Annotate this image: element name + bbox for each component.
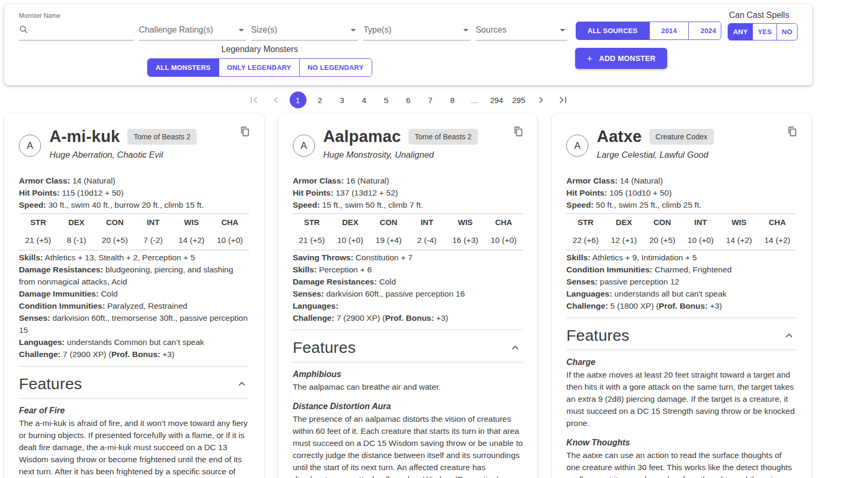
first-page-icon [248,94,260,106]
spells-no-button[interactable]: NO [777,24,797,40]
features-title: Features [19,375,82,393]
stat-line: Armor Class: 16 (Natural) [293,175,523,187]
last-page-button[interactable] [555,91,571,108]
sources-2024-button[interactable]: 2024 [689,22,721,39]
stat-line: Condition Immunities: Paralyzed, Restrai… [19,300,249,312]
ability-header: INT [681,218,720,227]
ability-value: 21 (+5) [293,236,331,245]
ability-value: 10 (+0) [681,236,720,245]
spells-yes-button[interactable]: YES [753,24,777,40]
monster-avatar: A [566,135,588,157]
ability-table: STRDEXCONINTWISCHA 22 (+6)12 (+1)20 (+5)… [566,213,796,250]
no-legendary-button[interactable]: NO LEGENDARY [300,59,372,76]
size-select[interactable]: Size(s) [251,25,359,40]
source-filter-group: ALL SOURCES 2014 2024 [576,22,722,40]
ability-value: 12 (+1) [605,236,643,245]
page-button[interactable]: 295 [510,91,527,108]
stat-line: Languages: [293,300,523,312]
challenge-rating-select[interactable]: Challenge Rating(s) [139,25,246,40]
divider [19,366,249,367]
ability-header: WIS [446,218,484,227]
ability-value: 10 (+0) [211,236,249,245]
features-title: Features [566,327,629,344]
stat-line: Languages: understands Common but can’t … [19,336,249,348]
ability-header: WIS [720,218,758,227]
feature-name: Distance Distortion Aura [293,402,523,411]
stat-line: Speed: 15 ft., swim 50 ft., climb 7 ft. [293,199,523,211]
monster-name: A-mi-kuk [49,127,120,146]
feature-text: The a-mi-kuk is afraid of fire, and it w… [19,417,249,478]
page-button[interactable]: 5 [378,91,395,108]
stat-line: Languages: understands all but can't spe… [566,288,796,300]
page-button[interactable]: 3 [334,91,351,108]
add-monster-button[interactable]: + ADD MONSTER [575,48,667,69]
ability-header: CON [643,218,681,227]
ability-header: CHA [758,218,796,227]
chevron-right-icon [535,94,547,106]
ability-value: 10 (+0) [331,236,370,245]
source-badge: Creature Codex [649,129,714,145]
sources-select[interactable]: Sources [476,25,567,40]
copy-monster-button[interactable] [785,124,800,139]
feature-text: The aalpamac can breathe air and water. [293,381,523,393]
feature-name: Fear of Fire [19,406,249,415]
chevron-down-icon [463,29,468,32]
ability-value: 21 (+5) [19,236,57,245]
page-button[interactable]: 4 [356,91,373,108]
previous-page-button[interactable] [268,91,284,108]
stat-line: Armor Class: 14 (Natural) [19,175,249,187]
divider [19,398,249,399]
first-page-button[interactable] [246,91,262,108]
all-monsters-button[interactable]: ALL MONSTERS [148,59,219,76]
ability-header: INT [134,218,172,227]
copy-icon [787,126,798,137]
copy-monster-button[interactable] [238,124,252,139]
all-sources-button[interactable]: ALL SOURCES [576,22,650,39]
chevron-up-icon [783,329,795,342]
ability-header: INT [408,218,446,227]
page-button: … [466,91,483,108]
sources-2014-button[interactable]: 2014 [650,22,689,39]
ability-header: WIS [172,218,211,227]
stat-line: Damage Resistances: Cold [293,276,523,288]
ability-value: 22 (+6) [566,236,605,245]
monster-name-label: Monster Name [19,12,134,19]
page-button[interactable]: 1 [290,91,307,108]
spells-any-button[interactable]: ANY [728,24,753,40]
page-button[interactable]: 8 [444,91,461,108]
monster-meta: Huge Monstrosity, Unaligned [323,150,523,160]
ability-table: STRDEXCONINTWISCHA 21 (+5)10 (+0)19 (+4)… [293,213,523,250]
collapse-features-button[interactable] [234,377,249,391]
stat-line: Condition Immunities: Charmed, Frightene… [566,263,796,276]
collapse-features-button[interactable] [508,340,523,355]
stat-line: Hit Points: 137 (13d12 + 52) [293,187,523,199]
page-button[interactable]: 2 [312,91,329,108]
ability-header: STR [293,218,331,227]
filter-bar: Monster Name Challenge Rating(s) Size(s)… [4,4,812,85]
divider [566,350,796,350]
type-select[interactable]: Type(s) [363,25,471,40]
page-button[interactable]: 7 [422,91,439,108]
page-button[interactable]: 294 [488,91,505,108]
ability-value: 16 (+3) [446,236,484,245]
monster-name-input[interactable] [33,26,134,35]
page-button[interactable]: 6 [400,91,417,108]
monster-avatar: A [293,135,315,157]
ability-header: DEX [57,218,96,227]
next-page-button[interactable] [533,91,549,108]
ability-header: CHA [211,218,249,227]
stat-line: Damage Resistances: bludgeoning, piercin… [19,263,249,288]
stat-line: Senses: passive perception 12 [566,276,796,288]
ability-header: STR [566,218,605,227]
stat-block: Armor Class: 16 (Natural)Hit Points: 137… [293,175,523,324]
collapse-features-button[interactable] [782,328,796,343]
stat-line: Senses: darkvision 60ft., passive percep… [293,288,523,300]
copy-monster-button[interactable] [511,124,526,139]
feature-name: Know Thoughts [566,438,796,448]
can-cast-spells-label: Can Cast Spells [729,11,789,20]
monster-meta: Huge Aberration, Chaotic Evil [49,150,249,160]
only-legendary-button[interactable]: ONLY LEGENDARY [219,59,300,76]
feature: Distance Distortion Aura The presence of… [293,402,523,478]
plus-icon: + [587,54,593,64]
ability-value: 20 (+5) [643,236,681,245]
